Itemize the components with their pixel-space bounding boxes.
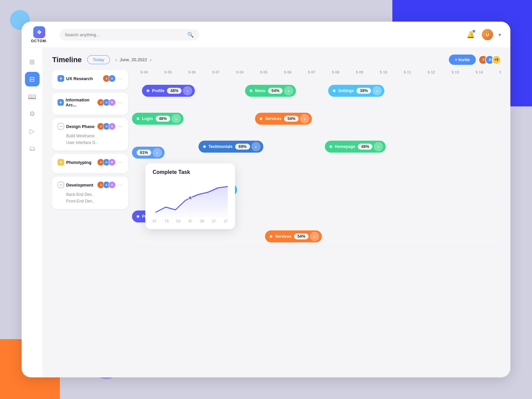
main-card: ❖ OCTOM. 🔍 🔔 U ▾ ⊞ ⊟ 📖 ⚙ ▷ 🗂 [22,22,510,377]
search-bar: 🔍 [60,29,199,41]
task-profile-1[interactable]: Profile 48% › [142,85,195,97]
chart-labels: 67 73 53 47 39 27 27 [153,219,228,223]
collapse-icon[interactable]: − [58,182,64,188]
sidebar-item-send[interactable]: ▷ [25,124,40,138]
task-services-2[interactable]: Services 54% › [265,230,322,242]
project-header: − Development J A S ··· [58,181,123,189]
more-options-button[interactable]: ··· [118,159,123,166]
column-header: S 07 [204,70,228,74]
notifications-button[interactable]: 🔔 [465,29,476,41]
column-header: S 07 [300,70,324,74]
timeline-area: + UX Research J A ··· [52,70,501,371]
sidebar-item-folder[interactable]: 🗂 [25,141,40,156]
sub-item: Front-End Dev.. [58,198,123,204]
header-right: 🔔 U ▾ [465,29,501,41]
sidebar-item-library[interactable]: 📖 [25,89,40,104]
project-header: + Phototyping J A R ··· [58,159,123,166]
column-header: S 06 [180,70,204,74]
complete-task-card: Complete Task [145,163,235,229]
chart-label: 67 [153,219,157,223]
today-button[interactable]: Today [87,55,110,64]
timeline-header: Timeline Today ‹ June, 20,2022 › + Invit… [52,55,501,65]
sidebar-item-settings[interactable]: ⚙ [25,106,40,121]
timeline-columns: S 04S 05S 06S 07S 04S 05S 06S 07S 08S 09… [132,70,501,371]
column-header: S 11 [395,70,419,74]
project-card-development: − Development J A S ··· [52,177,128,209]
project-avatars: J A [104,75,116,82]
search-input[interactable] [65,32,185,37]
column-header: S 14 [467,70,491,74]
more-options-button[interactable]: ··· [118,123,123,130]
member-avatar: A [108,75,116,82]
collapse-icon[interactable]: − [58,123,64,130]
header: ❖ OCTOM. 🔍 🔔 U ▾ [22,22,510,48]
invite-button[interactable]: + Invite [449,55,476,65]
sidebar: ⊞ ⊟ 📖 ⚙ ▷ 🗂 [22,48,43,377]
chart-label: 73 [165,219,169,223]
column-header: S 05 [156,70,180,74]
member-avatar: S [108,181,116,189]
complete-task-title: Complete Task [153,169,228,175]
chevron-down-icon[interactable]: ▾ [498,32,501,38]
column-header: S 10 [371,70,395,74]
task-testimonials-1[interactable]: Testimonials 69% › [199,141,263,153]
project-avatars: J A R [99,99,116,106]
column-headers: S 04S 05S 06S 07S 04S 05S 06S 07S 08S 09… [132,70,501,74]
project-name: − Design Phase [58,123,94,130]
project-avatars: J A S [99,181,116,189]
logo-text: OCTOM. [31,39,48,43]
column-header: S 08 [324,70,347,74]
main-content: Timeline Today ‹ June, 20,2022 › + Invit… [43,48,510,377]
avatar: U [482,29,493,40]
project-name: + Phototyping [58,159,91,166]
sub-item: User Interface D.. [58,139,123,146]
task-menu-1[interactable]: Menu 54% › [245,85,296,97]
project-list: + UX Research J A ··· [52,70,132,371]
sidebar-item-dashboard[interactable]: ⊞ [25,55,40,69]
column-header: S 13 [443,70,467,74]
project-card-design-phase: − Design Phase J A S ··· [52,118,128,151]
notification-dot [472,30,475,33]
current-date: June, 20,2022 [120,57,147,62]
body-layout: ⊞ ⊟ 📖 ⚙ ▷ 🗂 Timeline Today ‹ June, 20,20… [22,48,510,377]
avatar-count: +5 [492,55,501,65]
date-navigation: ‹ June, 20,2022 › [115,57,152,63]
column-header: S 04 [228,70,252,74]
member-avatar: R [108,99,116,106]
timeline-rows: Profile 48% › Menu 54% › Settings [132,77,501,276]
sub-item: Back-End Dev.. [58,191,123,198]
page-title: Timeline [52,56,82,64]
task-unknown-1[interactable]: 61% › [132,147,165,159]
search-icon: 🔍 [187,32,194,38]
task-login-1[interactable]: Login 48% › [132,113,184,125]
project-header: + UX Research J A ··· [58,75,123,82]
task-settings-1[interactable]: Settings 39% › [328,85,384,97]
team-avatars: J A +5 [481,55,501,65]
chart-label: 27 [224,219,228,223]
project-avatars: J A S [99,123,116,130]
project-card-info-arch: + Information Arc... J A R ··· [52,93,128,115]
member-avatar: R [108,159,116,166]
expand-icon[interactable]: + [58,75,64,82]
next-date-button[interactable]: › [150,57,151,63]
sidebar-item-timeline[interactable]: ⊟ [25,72,40,86]
expand-icon[interactable]: + [58,159,64,166]
project-card-phototyping: + Phototyping J A R ··· [52,154,128,173]
chart-label: 53 [176,219,180,223]
more-options-button[interactable]: ··· [118,182,123,189]
more-options-button[interactable]: ··· [118,99,123,106]
expand-icon[interactable]: + [58,99,64,106]
project-card-ux-research: + UX Research J A ··· [52,70,128,89]
column-header: S 09 [347,70,371,74]
logo-icon: ❖ [33,26,45,38]
chart-label: 47 [188,219,192,223]
task-services-1[interactable]: Services 54% › [255,113,312,125]
complete-task-chart [153,181,228,217]
prev-date-button[interactable]: ‹ [115,57,117,63]
chart-label: 27 [212,219,216,223]
member-avatar: S [108,123,116,130]
task-homepage-1[interactable]: Homepage 48% › [325,141,386,153]
more-options-button[interactable]: ··· [118,75,123,82]
column-header: S 15 [491,70,501,74]
project-header: + Information Arc... J A R ··· [58,97,123,107]
